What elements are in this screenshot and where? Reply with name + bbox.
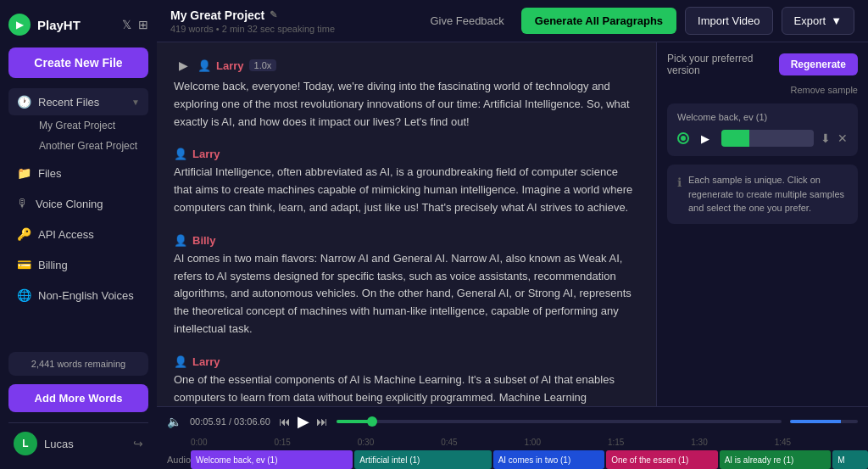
sidebar-item-recent-files[interactable]: 🕐 Recent Files ▼ bbox=[8, 88, 148, 115]
logout-icon[interactable]: ↪ bbox=[133, 437, 143, 450]
timeline-labels: 0:00 0:15 0:30 0:45 1:00 1:15 1:30 1:45 bbox=[157, 436, 868, 447]
sidebar-item-billing[interactable]: 💳 Billing bbox=[8, 251, 148, 278]
download-icon[interactable]: ⬇ bbox=[821, 131, 831, 145]
main-area: My Great Project ✎ 419 words • 2 min 32 … bbox=[157, 0, 868, 469]
close-icon[interactable]: ✕ bbox=[837, 131, 848, 145]
non-english-label: Non-English Voices bbox=[38, 289, 140, 302]
paragraph-text: Welcome back, everyone! Today, we're div… bbox=[174, 78, 639, 131]
project-title: My Great Project ✎ bbox=[170, 8, 411, 22]
discord-icon[interactable]: ⊞ bbox=[138, 18, 148, 31]
paragraph-block: 👤 Larry One of the essential components … bbox=[174, 355, 639, 406]
twitter-icon[interactable]: 𝕏 bbox=[122, 18, 131, 31]
transport: 🔈 00:05.91 / 03:06.60 ⏮ ▶ ⏭ bbox=[157, 407, 868, 436]
paragraph-play-button[interactable]: ▶ bbox=[174, 56, 192, 75]
volume-icon[interactable]: 🔈 bbox=[167, 415, 181, 428]
tl-label: 1:45 bbox=[775, 438, 858, 447]
speaker-name: Larry bbox=[216, 59, 244, 72]
paragraph-text: One of the essential components of AI is… bbox=[174, 371, 639, 406]
audio-clip[interactable]: AI is already re (1) bbox=[720, 450, 832, 469]
voice-cloning-label: Voice Cloning bbox=[36, 198, 140, 210]
sidebar-item-files[interactable]: 📁 Files bbox=[8, 159, 148, 187]
tl-label: 1:15 bbox=[608, 438, 691, 447]
volume-slider[interactable] bbox=[790, 420, 858, 423]
logo-icon: ▶ bbox=[8, 14, 31, 36]
editor[interactable]: ▶ 👤 Larry 1.0x Welcome back, everyone! T… bbox=[157, 42, 656, 406]
voice-cloning-icon: 🎙 bbox=[17, 197, 29, 210]
content-area: ▶ 👤 Larry 1.0x Welcome back, everyone! T… bbox=[157, 42, 868, 406]
give-feedback-button[interactable]: Give Feedback bbox=[421, 9, 512, 32]
select-sample-radio[interactable] bbox=[677, 132, 689, 144]
regenerate-button[interactable]: Regenerate bbox=[779, 53, 858, 75]
speaker-name: Larry bbox=[192, 148, 220, 160]
project-title-text: My Great Project bbox=[170, 8, 264, 22]
remove-sample-button[interactable]: Remove sample bbox=[667, 85, 858, 95]
sample-play-button[interactable]: ▶ bbox=[696, 129, 715, 148]
topbar: My Great Project ✎ 419 words • 2 min 32 … bbox=[157, 0, 868, 42]
clips-row: Welcome back, ev (1) Artificial intel (1… bbox=[191, 450, 868, 469]
billing-icon: 💳 bbox=[17, 258, 31, 271]
create-new-file-button[interactable]: Create New File bbox=[8, 47, 148, 78]
add-more-words-button[interactable]: Add More Words bbox=[8, 384, 148, 412]
files-label: Files bbox=[38, 167, 140, 180]
edit-title-icon[interactable]: ✎ bbox=[270, 9, 277, 20]
export-label: Export bbox=[794, 14, 826, 27]
topbar-actions: Give Feedback Generate All Paragraphs Im… bbox=[421, 7, 854, 35]
user-area: L Lucas ↪ bbox=[8, 422, 148, 459]
paragraph-text: AI comes in two main flavors: Narrow AI … bbox=[174, 250, 639, 338]
info-text: Each sample is unique. Click on regenera… bbox=[688, 173, 848, 215]
info-box: ℹ Each sample is unique. Click on regene… bbox=[667, 165, 858, 224]
billing-label: Billing bbox=[38, 259, 140, 271]
volume-bar bbox=[790, 420, 858, 423]
api-label: API Access bbox=[38, 228, 140, 241]
paragraph-block: ▶ 👤 Larry 1.0x Welcome back, everyone! T… bbox=[174, 56, 639, 131]
export-button[interactable]: Export ▼ bbox=[782, 7, 854, 35]
generate-all-button[interactable]: Generate All Paragraphs bbox=[521, 8, 676, 34]
time-current: 00:05.91 / 03:06.60 bbox=[190, 416, 270, 427]
recent-files-label: Recent Files bbox=[38, 96, 125, 109]
audio-clip[interactable]: M bbox=[832, 450, 868, 469]
audio-clip[interactable]: One of the essen (1) bbox=[606, 450, 718, 469]
tl-label: 1:30 bbox=[691, 438, 774, 447]
speed-badge: 1.0x bbox=[249, 59, 277, 71]
transport-controls: ⏮ ▶ ⏭ bbox=[279, 412, 328, 431]
audio-clips: Audio Welcome back, ev (1) Artificial in… bbox=[157, 447, 868, 469]
project-title-area: My Great Project ✎ 419 words • 2 min 32 … bbox=[170, 8, 411, 34]
info-icon: ℹ bbox=[677, 174, 682, 215]
para-header: 👤 Larry bbox=[174, 148, 639, 160]
sidebar-item-api-access[interactable]: 🔑 API Access bbox=[8, 221, 148, 248]
skip-forward-button[interactable]: ⏭ bbox=[316, 415, 328, 428]
words-remaining: 2,441 words remaining bbox=[8, 352, 148, 376]
sidebar-item-non-english[interactable]: 🌐 Non-English Voices bbox=[8, 282, 148, 309]
api-icon: 🔑 bbox=[17, 227, 31, 241]
panel-title: Pick your preferred version bbox=[667, 53, 779, 76]
speaker-name: Billy bbox=[192, 234, 215, 247]
main-play-button[interactable]: ▶ bbox=[298, 412, 309, 431]
tl-label: 0:00 bbox=[191, 438, 274, 447]
audio-clip[interactable]: Welcome back, ev (1) bbox=[191, 450, 353, 469]
tl-label: 0:45 bbox=[441, 438, 524, 447]
tl-label: 0:30 bbox=[358, 438, 441, 447]
import-video-button[interactable]: Import Video bbox=[685, 7, 772, 35]
chevron-down-icon: ▼ bbox=[131, 98, 140, 107]
sample-label: Welcome back, ev (1) bbox=[677, 112, 848, 122]
player-controls: ▶ ⬇ ✕ bbox=[677, 129, 848, 148]
avatar: L bbox=[14, 432, 37, 455]
para-header: ▶ 👤 Larry 1.0x bbox=[174, 56, 639, 75]
sidebar: ▶ PlayHT 𝕏 ⊞ Create New File 🕐 Recent Fi… bbox=[0, 0, 157, 469]
recent-file-item[interactable]: My Great Project bbox=[32, 115, 148, 136]
timeline-thumb bbox=[367, 416, 377, 427]
paragraph-block: 👤 Billy AI comes in two main flavors: Na… bbox=[174, 234, 639, 338]
skip-back-button[interactable]: ⏮ bbox=[279, 415, 291, 428]
para-header: 👤 Billy bbox=[174, 234, 639, 247]
paragraph-block: 👤 Larry Artificial Intelligence, often a… bbox=[174, 148, 639, 216]
sample-player: Welcome back, ev (1) ▶ ⬇ ✕ bbox=[667, 103, 858, 156]
audio-clip[interactable]: Artificial intel (1) bbox=[354, 450, 491, 469]
timeline-bar[interactable] bbox=[337, 420, 782, 423]
panel-header: Pick your preferred version Regenerate bbox=[667, 53, 858, 76]
recent-files-list: My Great Project Another Great Project bbox=[8, 115, 148, 156]
sidebar-item-voice-cloning[interactable]: 🎙 Voice Cloning bbox=[8, 190, 148, 217]
clock-icon: 🕐 bbox=[17, 95, 31, 109]
recent-file-item[interactable]: Another Great Project bbox=[32, 136, 148, 156]
logo-text: PlayHT bbox=[37, 18, 81, 32]
audio-clip[interactable]: AI comes in two (1) bbox=[493, 450, 605, 469]
